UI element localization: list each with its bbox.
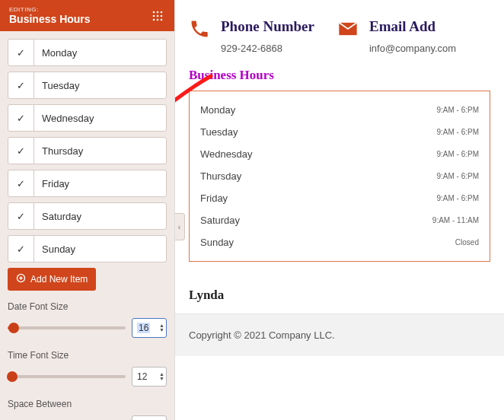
- stepper-icon[interactable]: ▲▼: [159, 323, 164, 332]
- plus-circle-icon: [16, 273, 26, 285]
- time-font-input[interactable]: 12▲▼: [132, 367, 167, 387]
- svg-point-5: [161, 14, 163, 17]
- hours-row: Friday9:AM - 6:PM: [200, 187, 479, 209]
- svg-point-8: [161, 18, 163, 21]
- space-between-input[interactable]: 6▲▼: [132, 415, 167, 420]
- date-font-input[interactable]: 16▲▼: [132, 318, 167, 338]
- day-list: ✓Monday ✓Tuesday ✓Wednesday ✓Thursday ✓F…: [8, 39, 167, 262]
- svg-point-1: [157, 11, 159, 13]
- svg-point-6: [153, 18, 155, 21]
- day-item[interactable]: ✓Saturday: [8, 202, 167, 230]
- add-new-item-button[interactable]: Add New Item: [8, 268, 96, 291]
- svg-point-7: [157, 18, 159, 21]
- phone-icon: [189, 18, 212, 41]
- day-label: Tuesday: [34, 72, 166, 98]
- field-label: Date Font Size: [8, 301, 167, 312]
- check-icon: ✓: [8, 138, 34, 164]
- hours-row: Saturday9:AM - 11:AM: [200, 209, 479, 231]
- stepper-icon[interactable]: ▲▼: [159, 372, 164, 381]
- author-name: Lynda: [175, 262, 504, 313]
- day-item[interactable]: ✓Friday: [8, 170, 167, 197]
- day-item[interactable]: ✓Monday: [8, 39, 167, 66]
- svg-point-2: [161, 11, 163, 13]
- svg-point-0: [153, 11, 155, 13]
- day-item[interactable]: ✓Sunday: [8, 235, 167, 262]
- field-label: Time Font Size: [8, 350, 167, 361]
- business-hours-section: Business Hours Monday9:AM - 6:PM Tuesday…: [175, 68, 504, 262]
- check-icon: ✓: [8, 40, 34, 65]
- panel-title: Business Hours: [9, 13, 91, 25]
- check-icon: ✓: [8, 236, 34, 262]
- day-label: Monday: [34, 40, 166, 65]
- collapse-sidebar-button[interactable]: ‹: [175, 213, 185, 240]
- footer-copyright: Copyright © 2021 Company LLC.: [175, 313, 504, 356]
- envelope-icon: [337, 18, 360, 41]
- day-label: Sunday: [34, 236, 166, 262]
- hours-row: Monday9:AM - 6:PM: [200, 99, 479, 121]
- hours-row: Wednesday9:AM - 6:PM: [200, 143, 479, 165]
- hours-row: Tuesday9:AM - 6:PM: [200, 121, 479, 143]
- editing-label: EDITING:: [9, 6, 91, 13]
- time-font-slider[interactable]: [8, 375, 126, 378]
- day-label: Thursday: [34, 138, 166, 164]
- panel-header: EDITING: Business Hours: [0, 0, 174, 31]
- check-icon: ✓: [8, 170, 34, 196]
- check-icon: ✓: [8, 72, 34, 98]
- drag-grip-icon[interactable]: [150, 8, 165, 24]
- email-title: Email Add: [369, 18, 456, 35]
- preview-pane: ‹ Phone Number 929-242-6868 Email Add in…: [175, 0, 504, 420]
- business-hours-title: Business Hours: [189, 68, 490, 83]
- hours-row: SundayClosed: [200, 231, 479, 253]
- day-item[interactable]: ✓Tuesday: [8, 72, 167, 99]
- date-font-slider[interactable]: [8, 326, 126, 329]
- day-item[interactable]: ✓Wednesday: [8, 104, 167, 132]
- email-block: Email Add info@company.com: [337, 18, 456, 54]
- phone-value: 929-242-6868: [221, 43, 314, 54]
- business-hours-box: Monday9:AM - 6:PM Tuesday9:AM - 6:PM Wed…: [189, 91, 490, 262]
- day-label: Saturday: [34, 203, 166, 229]
- add-label: Add New Item: [30, 274, 88, 285]
- svg-point-3: [153, 14, 155, 17]
- hours-row: Thursday9:AM - 6:PM: [200, 165, 479, 187]
- svg-point-4: [157, 14, 159, 17]
- day-label: Friday: [34, 170, 166, 196]
- email-value: info@company.com: [369, 43, 456, 54]
- phone-block: Phone Number 929-242-6868: [189, 18, 314, 54]
- check-icon: ✓: [8, 105, 34, 131]
- phone-title: Phone Number: [221, 18, 314, 35]
- editor-sidebar: EDITING: Business Hours ✓Monday ✓Tuesday…: [0, 0, 175, 420]
- day-item[interactable]: ✓Thursday: [8, 137, 167, 164]
- field-label: Space Between: [8, 399, 167, 409]
- check-icon: ✓: [8, 203, 34, 229]
- day-label: Wednesday: [34, 105, 166, 131]
